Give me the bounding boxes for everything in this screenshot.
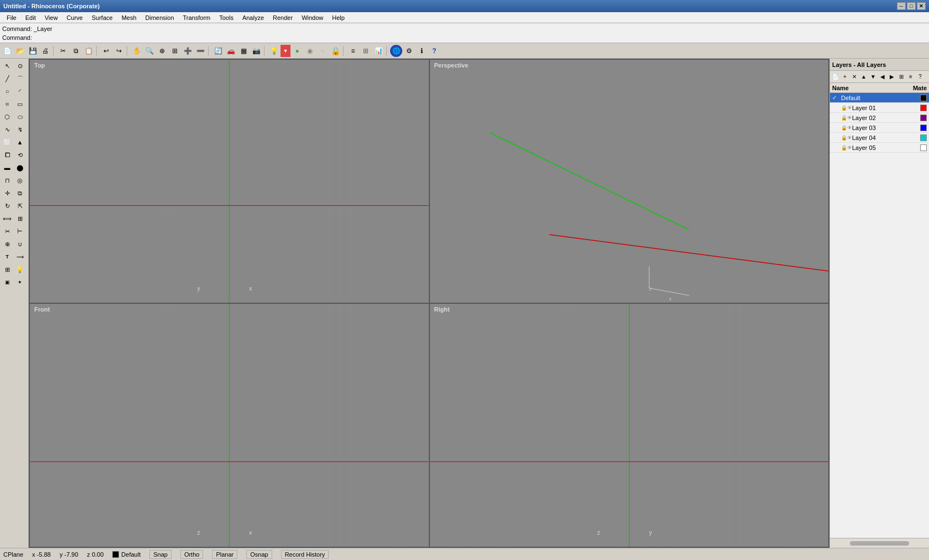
viewport-perspective[interactable]: Perspective [429, 59, 829, 303]
lt-arc[interactable]: ◜ [14, 85, 26, 97]
tb-new[interactable]: 📄 [1, 45, 13, 57]
lt-helix[interactable]: ↯ [14, 123, 26, 136]
lt-plane[interactable]: ⬜ [1, 136, 13, 148]
lt-scale[interactable]: ⇱ [14, 200, 26, 212]
lt-annotation[interactable]: ⟶ [14, 251, 26, 263]
layer-color-05[interactable] [920, 144, 927, 151]
lt-trim[interactable]: ✂ [1, 225, 13, 237]
tb-car[interactable]: 🚗 [225, 45, 237, 57]
tb-light-bulb[interactable]: 💡 [268, 45, 280, 57]
tb-copy[interactable]: ⧉ [70, 45, 82, 57]
close-button[interactable]: ✕ [917, 2, 926, 10]
tb-cut[interactable]: ✂ [57, 45, 69, 57]
lt-circle[interactable]: ○ [1, 85, 13, 97]
lt-named-view[interactable]: ▣ [1, 276, 13, 288]
menu-curve[interactable]: Curve [62, 13, 87, 22]
tb-shaded[interactable]: ▼ [281, 45, 290, 57]
menu-transform[interactable]: Transform [179, 13, 215, 22]
tb-grid[interactable]: ⊞ [360, 45, 372, 57]
lt-line[interactable]: ╱ [1, 72, 13, 85]
lt-rectangle[interactable]: ▭ [14, 98, 26, 110]
lt-cylinder[interactable]: ⊓ [1, 174, 13, 186]
minimize-button[interactable]: ─ [897, 2, 906, 10]
layer-new-sub[interactable]: + [840, 72, 849, 81]
menu-tools[interactable]: Tools [215, 13, 238, 22]
menu-surface[interactable]: Surface [87, 13, 117, 22]
lt-copy-obj[interactable]: ⧉ [14, 187, 26, 199]
status-planar-btn[interactable]: Planar [212, 550, 237, 559]
maximize-button[interactable]: □ [907, 2, 916, 10]
tb-mesh-display[interactable]: ▦ [237, 45, 250, 57]
tb-redo[interactable]: ↪ [113, 45, 125, 57]
layer-color-03[interactable] [920, 125, 927, 131]
lt-select-all[interactable]: ⊙ [14, 60, 26, 72]
layer-new[interactable]: 📄 [831, 72, 840, 81]
tb-settings[interactable]: ⚙ [403, 45, 415, 57]
lt-polygon[interactable]: ⬡ [1, 111, 13, 123]
layer-up[interactable]: ▲ [859, 72, 868, 81]
lt-rotate-obj[interactable]: ↻ [1, 200, 13, 212]
layer-sort[interactable]: ≡ [906, 72, 915, 81]
tb-globe[interactable]: 🌐 [390, 45, 402, 57]
tb-layers[interactable]: ≡ [347, 45, 359, 57]
layer-row-03[interactable]: 🔒 👁 Layer 03 [830, 123, 929, 133]
layer-right-btn[interactable]: ▶ [888, 72, 896, 81]
layers-scrollbar-thumb[interactable] [850, 541, 909, 546]
lt-split[interactable]: ⊢ [14, 225, 26, 237]
lt-sweep[interactable]: ⟲ [14, 149, 26, 161]
lt-select[interactable]: ↖ [1, 60, 13, 72]
lt-boolean-union[interactable]: ∪ [14, 238, 26, 250]
lt-loft[interactable]: ⧠ [1, 149, 13, 161]
menu-view[interactable]: View [40, 13, 63, 22]
layer-row-01[interactable]: 🔒 👁 Layer 01 [830, 103, 929, 113]
tb-paste[interactable]: 📋 [82, 45, 95, 57]
menu-dimension[interactable]: Dimension [141, 13, 179, 22]
menu-edit[interactable]: Edit [21, 13, 40, 22]
tb-zoom-window[interactable]: 🔍 [143, 45, 155, 57]
lt-dim[interactable]: T [1, 251, 13, 263]
lt-box[interactable]: ▬ [1, 162, 13, 174]
tb-rotate[interactable]: 🔄 [212, 45, 224, 57]
lt-group[interactable]: ⊞ [1, 263, 13, 276]
menu-file[interactable]: File [2, 13, 21, 22]
lt-sphere-solid[interactable]: ⬤ [14, 162, 26, 174]
layer-left[interactable]: ◀ [878, 72, 887, 81]
status-record-history-btn[interactable]: Record History [281, 550, 329, 559]
lt-extra[interactable]: ✦ [14, 276, 26, 288]
tb-info[interactable]: ℹ [416, 45, 428, 57]
lt-torus[interactable]: ◎ [14, 174, 26, 186]
tb-zoom-in[interactable]: ➕ [181, 45, 194, 57]
lt-array[interactable]: ⊞ [14, 212, 26, 225]
lt-move[interactable]: ✛ [1, 187, 13, 199]
tb-material[interactable]: ◉ [304, 45, 316, 57]
layer-color-01[interactable] [920, 105, 927, 111]
lt-polyline[interactable]: ⌗ [1, 98, 13, 110]
layer-row-05[interactable]: 🔒 👁 Layer 05 [830, 143, 929, 153]
tb-help[interactable]: ? [428, 45, 440, 57]
tb-zoom-out[interactable]: ➖ [194, 45, 206, 57]
lt-curve[interactable]: ⌒ [14, 72, 26, 85]
menu-render[interactable]: Render [268, 13, 297, 22]
status-ortho-btn[interactable]: Ortho [180, 550, 204, 559]
layer-down[interactable]: ▼ [869, 72, 878, 81]
lt-join[interactable]: ⊕ [1, 238, 13, 250]
layer-help[interactable]: ? [916, 72, 925, 81]
layer-color-02[interactable] [920, 115, 927, 121]
tb-sphere[interactable]: ● [291, 45, 303, 57]
status-color-swatch[interactable] [112, 551, 119, 558]
layer-row-02[interactable]: 🔒 👁 Layer 02 [830, 113, 929, 123]
tb-zoom-selected[interactable]: ⊞ [169, 45, 181, 57]
lt-extrude[interactable]: ▲ [14, 136, 26, 148]
tb-lock[interactable]: 🔒 [329, 45, 341, 57]
layers-scrollbar[interactable] [830, 538, 929, 548]
layer-delete[interactable]: ✕ [850, 72, 859, 81]
command-line2[interactable]: Command: [2, 33, 927, 42]
tb-snap-circle[interactable]: ○ [316, 45, 329, 57]
menu-help[interactable]: Help [328, 13, 349, 22]
lt-light[interactable]: 💡 [14, 263, 26, 276]
layer-color-04[interactable] [920, 134, 927, 141]
viewport-top[interactable]: Top y [29, 59, 429, 303]
lt-freeform[interactable]: ∿ [1, 123, 13, 136]
tb-save[interactable]: 💾 [27, 45, 39, 57]
viewport-right[interactable]: Right z y [429, 303, 829, 547]
